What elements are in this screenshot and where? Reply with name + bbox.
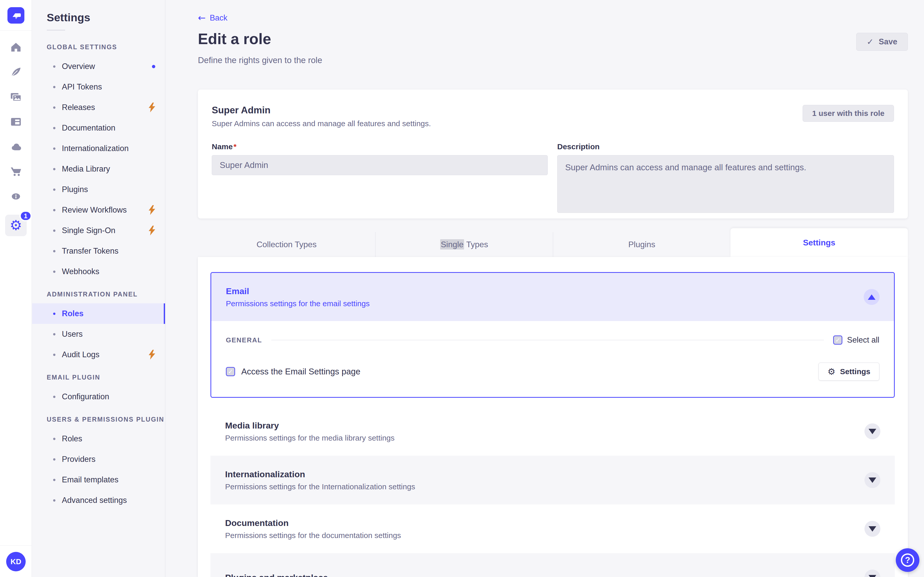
accordion-title: Plugins and marketplace <box>225 573 328 577</box>
lightning-icon <box>149 350 155 359</box>
description-field[interactable]: Super Admins can access and manage all f… <box>557 155 894 213</box>
lightning-icon <box>149 205 155 215</box>
tab-settings[interactable]: Settings <box>730 228 908 257</box>
sidebar-item-media-library[interactable]: Media Library <box>32 159 165 179</box>
accordion-subtitle: Permissions settings for the documentati… <box>225 531 401 540</box>
accordion-subtitle: Permissions settings for the media libra… <box>225 434 394 442</box>
role-details-card: Super Admin Super Admins can access and … <box>198 90 908 219</box>
chevron-down-icon <box>869 526 876 532</box>
expand-toggle-button[interactable] <box>864 423 880 439</box>
sidebar-item-users[interactable]: Users <box>32 324 165 344</box>
rail-divider <box>0 30 32 31</box>
sidebar-title-divider <box>47 30 65 31</box>
tab-single-types[interactable]: Single Types <box>375 232 553 257</box>
sidebar-item-internationalization[interactable]: Internationalization <box>32 138 165 159</box>
accordion-email-header[interactable]: Email Permissions settings for the email… <box>211 273 894 321</box>
accordion-subtitle: Permissions settings for the email setti… <box>226 299 370 308</box>
sidebar-item-roles-admin[interactable]: Roles <box>32 303 165 324</box>
role-summary: Super Admins can access and manage all f… <box>212 119 431 128</box>
chevron-down-icon <box>869 429 876 434</box>
sidebar-item-transfer-tokens[interactable]: Transfer Tokens <box>32 241 165 261</box>
main-content: ← Back Edit a role Define the rights giv… <box>165 0 924 577</box>
avatar[interactable]: KD <box>6 552 26 571</box>
settings-gear-icon[interactable]: ⚙ 1 <box>5 214 27 236</box>
section-heading-email-plugin: EMAIL PLUGIN <box>47 372 165 382</box>
section-divider-line <box>271 340 824 340</box>
accordion-internationalization[interactable]: Internationalization Permissions setting… <box>210 456 895 504</box>
sidebar-item-configuration[interactable]: Configuration <box>32 387 165 407</box>
name-field[interactable] <box>212 155 548 175</box>
lightning-icon <box>149 226 155 235</box>
accordion-list: Media library Permissions settings for t… <box>210 407 895 577</box>
accordion-media-library[interactable]: Media library Permissions settings for t… <box>210 407 895 456</box>
accordion-title: Documentation <box>225 518 401 528</box>
permission-checkbox[interactable]: ✓ <box>226 367 235 376</box>
sidebar-item-overview[interactable]: Overview <box>32 56 165 77</box>
select-all-label: Select all <box>847 335 879 345</box>
tab-plugins[interactable]: Plugins <box>553 232 730 257</box>
expand-toggle-button[interactable] <box>864 472 880 488</box>
accordion-title: Email <box>226 286 370 296</box>
accordion-email-body: GENERAL ✓ Select all ✓ Access the Email … <box>211 321 894 397</box>
name-field-label: Name* <box>212 142 548 151</box>
sidebar-item-plugins[interactable]: Plugins <box>32 179 165 200</box>
section-heading-administration-panel: ADMINISTRATION PANEL <box>47 290 165 299</box>
section-heading-global-settings: GLOBAL SETTINGS <box>47 42 165 52</box>
sidebar-item-advanced-settings[interactable]: Advanced settings <box>32 490 165 511</box>
cloud-icon[interactable] <box>9 140 23 153</box>
permissions-tabs: Collection Types Single Types Plugins Se… <box>198 232 908 257</box>
sidebar-item-review-workflows[interactable]: Review Workflows <box>32 200 165 220</box>
accordion-title: Internationalization <box>225 469 415 479</box>
marketplace-cart-icon[interactable] <box>9 165 23 178</box>
accordion-subtitle: Permissions settings for the Internation… <box>225 482 415 491</box>
check-icon: ✓ <box>867 37 874 47</box>
selected-text: Single <box>440 239 464 250</box>
back-label: Back <box>210 13 228 23</box>
sidebar-title: Settings <box>47 12 165 23</box>
sidebar-item-email-templates[interactable]: Email templates <box>32 469 165 490</box>
accordion-documentation[interactable]: Documentation Permissions settings for t… <box>210 504 895 553</box>
page-subtitle: Define the rights given to the role <box>198 55 322 65</box>
content-feather-icon[interactable] <box>9 65 23 79</box>
expand-toggle-button[interactable] <box>864 570 880 577</box>
sidebar-item-webhooks[interactable]: Webhooks <box>32 261 165 282</box>
expand-toggle-button[interactable] <box>864 521 880 537</box>
sidebar-item-roles-up[interactable]: Roles <box>32 429 165 449</box>
lightning-icon <box>149 103 155 112</box>
description-field-label: Description <box>557 142 894 151</box>
section-heading-users-permissions-plugin: USERS & PERMISSIONS PLUGIN <box>47 415 165 424</box>
select-all-checkbox[interactable]: ✓ <box>833 335 842 345</box>
back-arrow-icon: ← <box>198 13 205 23</box>
permission-label: Access the Email Settings page <box>241 367 360 376</box>
sidebar-item-api-tokens[interactable]: API Tokens <box>32 77 165 97</box>
content-type-builder-icon[interactable] <box>9 115 23 129</box>
page-title: Edit a role <box>198 30 271 48</box>
sidebar-item-single-sign-on[interactable]: Single Sign-On <box>32 220 165 241</box>
info-icon[interactable] <box>9 190 23 203</box>
home-icon[interactable] <box>9 40 23 54</box>
rail-bottom-divider <box>0 545 32 546</box>
strapi-logo[interactable] <box>7 7 24 24</box>
chevron-down-icon <box>869 575 876 577</box>
save-button[interactable]: ✓ Save <box>856 33 908 51</box>
chevron-down-icon <box>869 477 876 483</box>
collapse-toggle-button[interactable] <box>864 289 880 305</box>
sidebar-item-documentation[interactable]: Documentation <box>32 118 165 138</box>
settings-tab-panel: Email Permissions settings for the email… <box>198 257 908 577</box>
general-section-label: GENERAL <box>226 336 262 344</box>
settings-sidebar: Settings GLOBAL SETTINGS Overview API To… <box>32 0 165 577</box>
help-button[interactable]: ? <box>896 548 919 572</box>
users-with-role-button[interactable]: 1 user with this role <box>803 105 894 122</box>
accordion-email: Email Permissions settings for the email… <box>210 272 895 398</box>
sidebar-item-releases[interactable]: Releases <box>32 97 165 118</box>
settings-notification-badge: 1 <box>19 211 32 221</box>
chevron-up-icon <box>868 294 876 300</box>
permission-settings-button[interactable]: ⚙ Settings <box>819 363 879 380</box>
app-icon-rail: ⚙ 1 KD <box>0 0 32 577</box>
sidebar-item-audit-logs[interactable]: Audit Logs <box>32 344 165 365</box>
accordion-plugins-and-marketplace[interactable]: Plugins and marketplace <box>210 553 895 577</box>
back-link[interactable]: ← Back <box>198 13 228 23</box>
tab-collection-types[interactable]: Collection Types <box>198 232 375 257</box>
sidebar-item-providers[interactable]: Providers <box>32 449 165 469</box>
media-library-icon[interactable] <box>9 90 23 103</box>
